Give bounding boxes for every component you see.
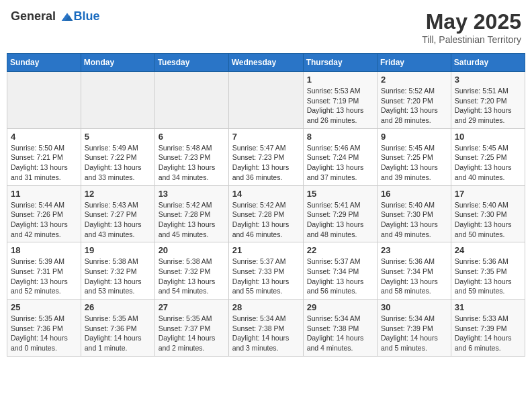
calendar-week-row: 4Sunrise: 5:50 AM Sunset: 7:21 PM Daylig… (7, 128, 525, 185)
calendar-cell: 26Sunrise: 5:35 AM Sunset: 7:36 PM Dayli… (81, 300, 154, 357)
day-info: Sunrise: 5:37 AM Sunset: 7:33 PM Dayligh… (232, 257, 300, 296)
calendar-week-row: 11Sunrise: 5:44 AM Sunset: 7:26 PM Dayli… (7, 185, 525, 242)
day-number: 1 (307, 75, 373, 85)
day-number: 4 (11, 132, 77, 142)
calendar-cell: 13Sunrise: 5:42 AM Sunset: 7:28 PM Dayli… (154, 185, 228, 242)
day-header-friday: Friday (378, 54, 451, 72)
day-header-wednesday: Wednesday (228, 54, 303, 72)
calendar-cell: 6Sunrise: 5:48 AM Sunset: 7:23 PM Daylig… (154, 128, 228, 185)
calendar-cell: 16Sunrise: 5:40 AM Sunset: 7:30 PM Dayli… (378, 185, 451, 242)
day-info: Sunrise: 5:38 AM Sunset: 7:32 PM Dayligh… (85, 257, 151, 296)
title-block: May 2025 Till, Palestinian Territory (422, 9, 521, 45)
calendar-cell: 20Sunrise: 5:38 AM Sunset: 7:32 PM Dayli… (154, 242, 228, 300)
day-number: 13 (159, 189, 225, 199)
day-number: 8 (307, 132, 373, 142)
calendar-week-row: 1Sunrise: 5:53 AM Sunset: 7:19 PM Daylig… (7, 72, 525, 129)
logo-text-blue: Blue (74, 9, 100, 23)
day-number: 26 (85, 302, 151, 312)
day-number: 22 (307, 245, 373, 255)
day-number: 24 (455, 245, 521, 255)
day-number: 27 (159, 302, 225, 312)
day-number: 2 (381, 75, 447, 85)
day-info: Sunrise: 5:45 AM Sunset: 7:25 PM Dayligh… (381, 143, 447, 183)
day-number: 29 (307, 302, 373, 312)
day-info: Sunrise: 5:40 AM Sunset: 7:30 PM Dayligh… (455, 200, 521, 240)
calendar-cell: 29Sunrise: 5:34 AM Sunset: 7:38 PM Dayli… (303, 300, 377, 357)
calendar-cell: 27Sunrise: 5:35 AM Sunset: 7:37 PM Dayli… (154, 300, 228, 357)
calendar-cell: 24Sunrise: 5:36 AM Sunset: 7:35 PM Dayli… (451, 242, 525, 300)
day-info: Sunrise: 5:52 AM Sunset: 7:20 PM Dayligh… (381, 86, 447, 126)
calendar-week-row: 18Sunrise: 5:39 AM Sunset: 7:31 PM Dayli… (7, 242, 525, 300)
calendar-cell: 18Sunrise: 5:39 AM Sunset: 7:31 PM Dayli… (7, 242, 81, 300)
day-info: Sunrise: 5:40 AM Sunset: 7:30 PM Dayligh… (381, 200, 447, 240)
calendar-cell: 14Sunrise: 5:42 AM Sunset: 7:28 PM Dayli… (228, 185, 303, 242)
day-info: Sunrise: 5:34 AM Sunset: 7:39 PM Dayligh… (381, 314, 447, 353)
day-number: 7 (232, 132, 300, 142)
day-info: Sunrise: 5:39 AM Sunset: 7:31 PM Dayligh… (11, 257, 77, 296)
calendar-cell: 25Sunrise: 5:35 AM Sunset: 7:36 PM Dayli… (7, 300, 81, 357)
day-number: 17 (455, 189, 521, 199)
calendar-cell: 28Sunrise: 5:34 AM Sunset: 7:38 PM Dayli… (228, 300, 303, 357)
calendar-cell: 11Sunrise: 5:44 AM Sunset: 7:26 PM Dayli… (7, 185, 81, 242)
calendar-cell: 12Sunrise: 5:43 AM Sunset: 7:27 PM Dayli… (81, 185, 154, 242)
calendar-cell: 9Sunrise: 5:45 AM Sunset: 7:25 PM Daylig… (378, 128, 451, 185)
page-header: General Blue May 2025 Till, Palestinian … (7, 7, 525, 48)
day-info: Sunrise: 5:34 AM Sunset: 7:38 PM Dayligh… (307, 314, 373, 353)
day-info: Sunrise: 5:35 AM Sunset: 7:36 PM Dayligh… (11, 314, 77, 353)
day-info: Sunrise: 5:37 AM Sunset: 7:34 PM Dayligh… (307, 257, 373, 296)
calendar-cell: 15Sunrise: 5:41 AM Sunset: 7:29 PM Dayli… (303, 185, 377, 242)
month-title: May 2025 (422, 9, 521, 34)
day-number: 25 (11, 302, 77, 312)
day-header-tuesday: Tuesday (154, 54, 228, 72)
day-number: 15 (307, 189, 373, 199)
day-number: 30 (381, 302, 447, 312)
logo: General Blue (11, 9, 100, 24)
day-number: 12 (85, 189, 151, 199)
calendar-cell: 1Sunrise: 5:53 AM Sunset: 7:19 PM Daylig… (303, 72, 377, 129)
calendar-cell: 8Sunrise: 5:46 AM Sunset: 7:24 PM Daylig… (303, 128, 377, 185)
day-header-saturday: Saturday (451, 54, 525, 72)
day-number: 5 (85, 132, 151, 142)
calendar-cell: 5Sunrise: 5:49 AM Sunset: 7:22 PM Daylig… (81, 128, 154, 185)
calendar-cell: 31Sunrise: 5:33 AM Sunset: 7:39 PM Dayli… (451, 300, 525, 357)
day-number: 11 (11, 189, 77, 199)
day-info: Sunrise: 5:35 AM Sunset: 7:36 PM Dayligh… (85, 314, 151, 353)
day-header-thursday: Thursday (303, 54, 377, 72)
logo-text-general: General (11, 9, 56, 23)
calendar-cell: 7Sunrise: 5:47 AM Sunset: 7:23 PM Daylig… (228, 128, 303, 185)
day-info: Sunrise: 5:47 AM Sunset: 7:23 PM Dayligh… (232, 143, 300, 183)
calendar: SundayMondayTuesdayWednesdayThursdayFrid… (7, 53, 525, 357)
calendar-cell: 30Sunrise: 5:34 AM Sunset: 7:39 PM Dayli… (378, 300, 451, 357)
calendar-cell: 4Sunrise: 5:50 AM Sunset: 7:21 PM Daylig… (7, 128, 81, 185)
calendar-week-row: 25Sunrise: 5:35 AM Sunset: 7:36 PM Dayli… (7, 300, 525, 357)
calendar-cell (154, 72, 228, 129)
calendar-cell: 22Sunrise: 5:37 AM Sunset: 7:34 PM Dayli… (303, 242, 377, 300)
day-number: 10 (455, 132, 521, 142)
day-number: 18 (11, 245, 77, 255)
day-number: 23 (381, 245, 447, 255)
calendar-cell: 2Sunrise: 5:52 AM Sunset: 7:20 PM Daylig… (378, 72, 451, 129)
calendar-cell: 10Sunrise: 5:45 AM Sunset: 7:25 PM Dayli… (451, 128, 525, 185)
day-info: Sunrise: 5:41 AM Sunset: 7:29 PM Dayligh… (307, 200, 373, 240)
day-number: 20 (159, 245, 225, 255)
calendar-cell (81, 72, 154, 129)
day-info: Sunrise: 5:45 AM Sunset: 7:25 PM Dayligh… (455, 143, 521, 183)
day-number: 14 (232, 189, 300, 199)
day-info: Sunrise: 5:35 AM Sunset: 7:37 PM Dayligh… (159, 314, 225, 353)
calendar-cell: 17Sunrise: 5:40 AM Sunset: 7:30 PM Dayli… (451, 185, 525, 242)
day-info: Sunrise: 5:36 AM Sunset: 7:34 PM Dayligh… (381, 257, 447, 296)
calendar-cell: 21Sunrise: 5:37 AM Sunset: 7:33 PM Dayli… (228, 242, 303, 300)
day-number: 31 (455, 302, 521, 312)
day-info: Sunrise: 5:42 AM Sunset: 7:28 PM Dayligh… (232, 200, 300, 240)
logo-icon (60, 11, 74, 24)
calendar-cell: 19Sunrise: 5:38 AM Sunset: 7:32 PM Dayli… (81, 242, 154, 300)
day-info: Sunrise: 5:48 AM Sunset: 7:23 PM Dayligh… (159, 143, 225, 183)
calendar-header-row: SundayMondayTuesdayWednesdayThursdayFrid… (7, 54, 525, 72)
day-number: 9 (381, 132, 447, 142)
calendar-cell (7, 72, 81, 129)
day-number: 28 (232, 302, 300, 312)
day-info: Sunrise: 5:50 AM Sunset: 7:21 PM Dayligh… (11, 143, 77, 183)
day-info: Sunrise: 5:43 AM Sunset: 7:27 PM Dayligh… (85, 200, 151, 240)
day-info: Sunrise: 5:34 AM Sunset: 7:38 PM Dayligh… (232, 314, 300, 353)
day-info: Sunrise: 5:33 AM Sunset: 7:39 PM Dayligh… (455, 314, 521, 353)
